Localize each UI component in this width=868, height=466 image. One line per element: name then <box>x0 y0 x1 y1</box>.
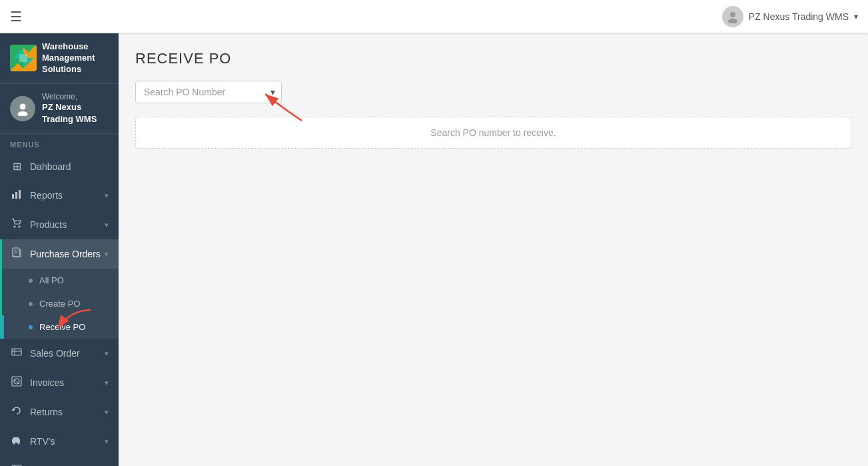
products-chevron: ▾ <box>105 221 109 229</box>
top-user-avatar <box>722 6 743 27</box>
products-label: Products <box>30 219 67 230</box>
purchase-orders-chevron: ▾ <box>105 250 109 259</box>
sidebar-subitem-create-po[interactable]: Create PO <box>2 292 119 315</box>
search-section: Search PO Number ▾ <box>135 81 851 103</box>
create-po-label: Create PO <box>39 299 80 309</box>
sidebar-item-rtvs[interactable]: RTV's ▾ <box>0 427 119 456</box>
info-message: Search PO number to receive. <box>430 127 556 138</box>
sales-order-chevron: ▾ <box>105 349 109 358</box>
svg-rect-8 <box>12 194 14 199</box>
svg-point-12 <box>19 226 21 228</box>
sidebar-item-dashboard[interactable]: ⊞ Dahboard <box>0 152 119 181</box>
welcome-text: Welcome, <box>42 92 109 101</box>
svg-rect-10 <box>19 190 21 199</box>
sales-order-label: Sales Order <box>30 348 80 359</box>
sidebar-user-text: Welcome, PZ Nexus Trading WMS <box>42 92 109 125</box>
main-content: RECEIVE PO Search PO Number ▾ Sea <box>119 33 868 466</box>
logo-text: Warehouse Management Solutions <box>42 41 109 75</box>
svg-point-11 <box>14 226 16 228</box>
sidebar-user-avatar <box>10 96 35 121</box>
sidebar-user: Welcome, PZ Nexus Trading WMS <box>0 84 119 134</box>
sidebar-item-reports[interactable]: Reports ▾ <box>0 181 119 210</box>
dashboard-icon: ⊞ <box>10 160 23 173</box>
purchase-orders-section: Purchase Orders ▾ All PO Create PO Recei… <box>0 239 119 339</box>
reports-label: Reports <box>30 190 63 201</box>
purchase-orders-icon <box>10 247 23 261</box>
rtvs-label: RTV's <box>30 436 55 447</box>
sidebar: Warehouse Management Solutions Welcome, … <box>0 33 119 466</box>
returns-label: Returns <box>30 407 63 417</box>
rtvs-chevron: ▾ <box>105 437 109 446</box>
sidebar-item-sales-order[interactable]: Sales Order ▾ <box>0 339 119 368</box>
svg-rect-23 <box>13 437 19 439</box>
logo-icon <box>10 45 37 71</box>
svg-point-7 <box>18 111 28 116</box>
hamburger-icon[interactable]: ☰ <box>10 9 22 25</box>
returns-icon <box>10 405 23 419</box>
po-search-wrapper: Search PO Number ▾ <box>135 81 282 103</box>
svg-point-1 <box>728 19 737 23</box>
menus-label: MENUS <box>0 134 119 152</box>
user-info[interactable]: PZ Nexus Trading WMS ▾ <box>722 6 858 27</box>
rtvs-icon <box>10 435 23 448</box>
svg-rect-17 <box>12 349 21 355</box>
invoices-label: Invoices <box>30 377 64 388</box>
page-title: RECEIVE PO <box>135 50 851 67</box>
svg-rect-9 <box>15 192 17 199</box>
sidebar-item-products[interactable]: Products ▾ <box>0 210 119 239</box>
sidebar-subitem-all-po[interactable]: All PO <box>2 269 119 292</box>
all-po-dot <box>29 279 33 283</box>
reports-chevron: ▾ <box>105 191 109 200</box>
sales-order-icon <box>10 347 23 360</box>
create-po-dot <box>29 302 33 306</box>
sidebar-logo: Warehouse Management Solutions <box>0 33 119 84</box>
invoices-icon <box>10 376 23 389</box>
svg-point-0 <box>730 12 735 17</box>
returns-chevron: ▾ <box>105 408 109 417</box>
receive-po-label: Receive PO <box>39 322 85 332</box>
info-box: Search PO number to receive. <box>135 117 851 149</box>
svg-point-24 <box>13 443 15 445</box>
svg-point-6 <box>20 103 26 109</box>
sidebar-item-returns[interactable]: Returns ▾ <box>0 397 119 427</box>
app-body: Warehouse Management Solutions Welcome, … <box>0 33 868 466</box>
top-dropdown-icon: ▾ <box>854 12 858 21</box>
sidebar-subitem-receive-po[interactable]: Receive PO <box>2 315 119 339</box>
all-po-label: All PO <box>39 275 64 285</box>
sidebar-username: PZ Nexus Trading WMS <box>42 101 109 125</box>
sidebar-item-invoices[interactable]: Invoices ▾ <box>0 368 119 397</box>
products-icon <box>10 218 23 231</box>
invoices-chevron: ▾ <box>105 379 109 387</box>
svg-rect-5 <box>19 54 27 62</box>
sidebar-item-purchase-orders[interactable]: Purchase Orders ▾ <box>2 239 119 269</box>
svg-point-25 <box>18 443 20 445</box>
reports-icon <box>10 189 23 202</box>
sidebar-item-suppliers[interactable]: Suppliers ▾ <box>0 456 119 466</box>
top-navbar: ☰ PZ Nexus Trading WMS ▾ <box>0 0 868 33</box>
top-user-label: PZ Nexus Trading WMS <box>749 11 849 22</box>
purchase-orders-label: Purchase Orders <box>30 249 101 259</box>
dashboard-label: Dahboard <box>30 161 71 172</box>
po-number-search[interactable]: Search PO Number <box>135 81 282 103</box>
receive-po-dot <box>29 325 33 329</box>
